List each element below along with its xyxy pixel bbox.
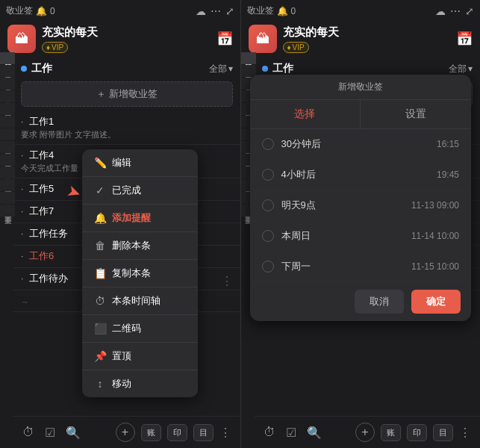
add-sticker-btn[interactable]: ＋ 新增敬业签: [21, 81, 233, 107]
side-tab-team[interactable]: 团签: [0, 52, 15, 65]
section-header: 工作 全部 ▾: [13, 57, 240, 78]
radio-1[interactable]: [262, 169, 274, 181]
top-bar-left: 敬业签 🔔 0 ☁ ⋯ ⤢: [0, 0, 240, 20]
reminder-label-3: 本周日: [281, 229, 311, 243]
menu-btn[interactable]: 目: [193, 424, 213, 441]
account-btn[interactable]: 账: [141, 424, 161, 441]
side-tab-shared[interactable]: 共享: [0, 90, 15, 103]
add-circle-btn-right[interactable]: +: [355, 423, 375, 442]
side-tab-company[interactable]: 公司: [0, 141, 15, 154]
reminder-time-4: 11-15 10:00: [411, 261, 459, 272]
side-tab-content[interactable]: 内容: [0, 167, 15, 179]
timer-icon[interactable]: ⏱: [22, 426, 34, 440]
side-tab-default[interactable]: 默认: [0, 128, 15, 141]
reminder-option-0[interactable]: 30分钟后 16:15: [250, 129, 472, 160]
task-title: · 工作1: [21, 115, 233, 128]
all-btn[interactable]: 全部 ▾: [209, 63, 233, 75]
context-menu-timeline[interactable]: ⏱ 本条时间轴: [82, 287, 198, 315]
check-icon-right[interactable]: ☑: [286, 426, 296, 440]
print-btn-right[interactable]: 印: [407, 424, 427, 441]
context-menu-copy[interactable]: 📋 复制本条: [82, 260, 198, 287]
side-tab-class[interactable]: 班会: [0, 116, 15, 128]
print-btn[interactable]: 印: [167, 424, 187, 441]
check-complete-icon: ✓: [94, 184, 106, 196]
reminder-title-bar: 新增敬业签: [250, 75, 472, 100]
cloud-icon[interactable]: ☁: [196, 5, 206, 17]
context-menu-complete[interactable]: ✓ 已完成: [82, 177, 198, 205]
side-tab-team2[interactable]: 团签: [0, 103, 15, 116]
reminder-option-left-0: 30分钟后: [262, 137, 321, 151]
radio-2[interactable]: [262, 199, 274, 211]
side-tabs: 团签 工作 产品 共享 团签 班会 默认 公司 工作 内容 重要 紧急 不重要: [0, 52, 15, 217]
reminder-tab-select[interactable]: 选择: [250, 100, 361, 128]
bottom-left-icons: ⏱ ☑ 🔍: [22, 426, 81, 440]
all-btn-right[interactable]: 全部 ▾: [449, 63, 473, 75]
reminder-option-left-1: 4小时后: [262, 168, 316, 181]
context-menu: ✏️ 编辑 ✓ 已完成 🔔 添加提醒 🗑 删除本条 📋 复制本条 ⏱ 本条时间轴…: [82, 149, 198, 397]
timer-icon-right[interactable]: ⏱: [264, 426, 275, 440]
context-menu-reminder[interactable]: 🔔 添加提醒: [82, 205, 198, 232]
reminder-option-2[interactable]: 明天9点 11-13 09:00: [250, 190, 472, 221]
side-tab-important[interactable]: 重要: [0, 179, 15, 192]
reminder-option-4[interactable]: 下周一 11-15 10:00: [250, 252, 472, 282]
avatar-right: 🏔: [249, 25, 277, 53]
side-tab-product[interactable]: 产品: [0, 78, 15, 90]
avatar: 🏔: [7, 25, 36, 53]
task-sub: ～: [21, 297, 29, 306]
plus-circle-icon: +: [122, 426, 128, 439]
menu-btn-right[interactable]: 目: [433, 424, 453, 441]
more-icon[interactable]: ⋮: [221, 274, 233, 288]
side-tab-work2[interactable]: 工作: [0, 154, 15, 167]
reminder-time-0: 16:15: [437, 139, 459, 149]
settings-icon-right[interactable]: ⋯: [450, 5, 461, 17]
side-tab-unimportant[interactable]: 不重要: [0, 205, 15, 217]
reminder-option-left-3: 本周日: [262, 229, 311, 243]
vip-badge: ♦ VIP: [42, 42, 68, 53]
bell-icon: 🔔: [94, 212, 106, 224]
calendar-icon-right[interactable]: 📅: [456, 31, 473, 47]
section-title-right: 工作: [262, 62, 293, 75]
reminder-confirm-btn[interactable]: 确定: [411, 290, 461, 314]
context-menu-move[interactable]: ↕ 移动: [82, 370, 198, 397]
reminder-label-0: 30分钟后: [281, 137, 321, 151]
dots-icon-right[interactable]: ⋮: [459, 426, 471, 440]
plus-circle-icon-right: +: [361, 426, 368, 439]
task-desc: 要求 附带图片 文字描述。: [21, 129, 233, 140]
reminder-option-3[interactable]: 本周日 11-14 10:00: [250, 221, 472, 252]
user-name: 充实的每天: [42, 25, 211, 40]
search-icon-right[interactable]: 🔍: [307, 426, 322, 440]
reminder-cancel-btn[interactable]: 取消: [355, 290, 404, 314]
reminder-footer: 取消 确定: [250, 282, 472, 321]
check-icon[interactable]: ☑: [45, 426, 55, 440]
dots-icon[interactable]: ⋮: [219, 426, 231, 440]
expand-icon[interactable]: ⤢: [225, 5, 234, 17]
search-icon[interactable]: 🔍: [66, 426, 81, 440]
list-item[interactable]: · 工作1 要求 附带图片 文字描述。: [13, 111, 240, 145]
cloud-icon-right[interactable]: ☁: [435, 5, 446, 17]
notification-count: 0: [50, 6, 55, 16]
reminder-option-1[interactable]: 4小时后 19:45: [250, 160, 472, 190]
context-menu-delete[interactable]: 🗑 删除本条: [82, 232, 198, 260]
settings-icon[interactable]: ⋯: [211, 5, 221, 17]
radio-0[interactable]: [262, 138, 274, 150]
add-circle-btn[interactable]: +: [116, 423, 135, 442]
context-menu-pin[interactable]: 📌 置顶: [82, 343, 198, 370]
copy-icon: 📋: [94, 267, 106, 279]
side-tab-team-r[interactable]: 团签: [241, 52, 256, 65]
bottom-bar-left: ⏱ ☑ 🔍 + 账 印 目 ⋮: [13, 416, 240, 448]
timeline-icon: ⏱: [94, 295, 106, 307]
app-title-area: 敬业签 🔔 0: [6, 4, 55, 17]
move-icon: ↕: [94, 378, 106, 390]
context-menu-qr[interactable]: ⬛ 二维码: [82, 315, 198, 343]
reminder-option-left-4: 下周一: [262, 260, 311, 273]
side-tab-work[interactable]: 工作: [0, 65, 15, 78]
radio-4[interactable]: [262, 261, 274, 273]
account-btn-right[interactable]: 账: [381, 424, 401, 441]
context-menu-edit[interactable]: ✏️ 编辑: [82, 149, 198, 177]
radio-3[interactable]: [262, 230, 274, 242]
side-tab-urgent[interactable]: 紧急: [0, 192, 15, 205]
app-title: 敬业签: [6, 4, 33, 17]
calendar-icon[interactable]: 📅: [216, 31, 233, 47]
expand-icon-right[interactable]: ⤢: [465, 5, 474, 17]
reminder-tab-settings[interactable]: 设置: [361, 100, 471, 128]
